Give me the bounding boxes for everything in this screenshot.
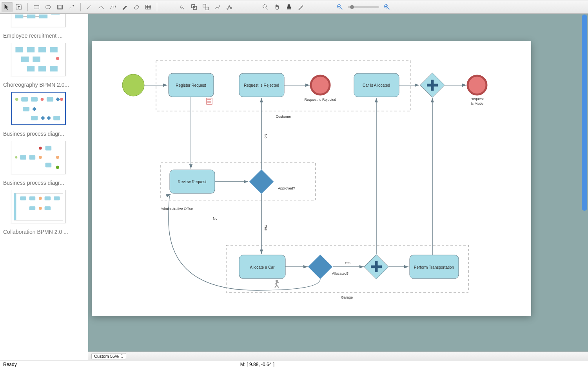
allocated-label: Allocated? [332,271,348,275]
svg-point-3 [46,5,51,9]
ungroup-button[interactable] [200,2,211,12]
approved-label: Approved? [278,186,295,190]
undo-button[interactable] [177,2,188,12]
arc-tool[interactable] [96,2,107,12]
svg-text:T: T [18,5,20,9]
allocate-car-label: Allocate a Car [250,265,275,270]
zoom-in-button[interactable] [381,2,392,12]
zoom-fit-tool[interactable] [260,2,271,12]
svg-point-37 [41,98,44,101]
arrow-tool[interactable] [66,2,77,12]
edge-yes2-label: Yes [345,261,350,265]
end-made-label-2: Is Made [471,102,483,106]
canvas-holder: Customer Administrative Office Garage Re… [88,14,588,360]
svg-rect-42 [32,107,36,111]
pan-tool[interactable] [272,2,283,12]
svg-point-30 [56,57,59,60]
vertical-scrollbar[interactable] [582,15,587,211]
distribute-button[interactable] [224,2,235,12]
svg-rect-9 [203,4,206,7]
svg-rect-24 [15,47,23,53]
pointer-tool[interactable] [2,2,13,12]
app-root: T Employ [0,0,588,368]
lasso-tool[interactable] [131,2,142,12]
group-button[interactable] [189,2,200,12]
align-button[interactable] [212,2,223,12]
svg-point-40 [60,98,63,101]
garage-pool-label: Garage [341,295,353,299]
svg-rect-57 [14,193,16,220]
end-event-made[interactable] [468,76,486,95]
svg-rect-29 [33,56,40,62]
svg-rect-38 [47,97,53,101]
svg-rect-49 [29,155,36,160]
container-tool[interactable] [54,2,65,12]
start-event[interactable] [122,74,144,96]
svg-point-51 [39,147,42,150]
svg-rect-44 [41,116,45,120]
svg-rect-48 [20,155,26,160]
svg-rect-62 [54,197,60,200]
zoom-slider[interactable] [348,6,379,8]
text-tool[interactable]: T [13,2,24,12]
parallel-gateway-bottom[interactable] [364,255,388,279]
svg-rect-52 [45,146,52,151]
person-icon [275,280,279,288]
svg-rect-46 [53,116,60,120]
svg-rect-65 [45,206,51,210]
svg-rect-63 [29,206,36,210]
rect-tool[interactable] [31,2,42,12]
svg-rect-69 [308,255,332,279]
thumbnail-0[interactable] [11,14,66,27]
line-tool[interactable] [84,2,95,12]
allocated-gateway[interactable] [308,255,332,279]
thumbnail-label-3: Business process diagr... [3,176,85,188]
svg-rect-5 [58,5,62,8]
diagram-paper[interactable]: Customer Administrative Office Garage Re… [92,41,531,316]
svg-rect-33 [50,66,58,72]
svg-rect-10 [206,7,209,10]
thumbnail-4[interactable] [11,190,66,223]
perform-transport-label: Perform Transportation [414,265,454,270]
end-made-label-1: Request [470,97,484,101]
svg-point-14 [263,4,267,8]
svg-rect-36 [31,97,38,101]
edge-no2-label: No [213,217,218,220]
svg-rect-35 [21,97,28,101]
thumbnail-1[interactable] [11,43,66,76]
svg-rect-26 [38,47,46,53]
svg-rect-20 [15,15,23,18]
zoom-select[interactable]: Custom 55% [91,353,126,359]
curve-tool[interactable] [107,2,118,12]
svg-rect-41 [23,107,29,111]
parallel-gateway-top[interactable] [420,73,445,97]
end-event-rejected[interactable] [311,76,330,95]
svg-point-50 [39,156,42,159]
svg-rect-6 [146,5,151,9]
ellipse-tool[interactable] [43,2,54,12]
thumbnail-label-1: Choreography BPMN 2.0... [3,78,85,89]
admin-pool-label: Administrative Office [161,207,193,211]
svg-rect-45 [47,116,51,120]
pen-tool[interactable] [119,2,130,12]
chevron-updown-icon [120,354,123,359]
thumbnail-3[interactable] [11,141,66,174]
bpmn-diagram: Customer Administrative Office Garage Re… [92,41,531,316]
zoom-out-button[interactable] [334,2,345,12]
svg-rect-32 [38,66,46,72]
thumbnail-2-selected[interactable] [11,92,66,125]
approved-gateway[interactable] [249,169,274,194]
svg-rect-53 [45,163,52,168]
svg-rect-61 [45,197,51,200]
canvas-area[interactable]: Customer Administrative Office Garage Re… [88,14,588,352]
svg-rect-43 [31,116,38,120]
status-coords: M: [ 9.88, -0.64 ] [240,362,274,367]
stamp-tool[interactable] [283,2,294,12]
svg-rect-39 [56,97,60,102]
eyedropper-tool[interactable] [295,2,306,12]
svg-point-54 [56,156,59,159]
table-tool[interactable] [143,2,154,12]
svg-rect-59 [29,197,36,200]
svg-rect-25 [27,47,35,53]
status-bar: Ready M: [ 9.88, -0.64 ] [0,360,588,368]
